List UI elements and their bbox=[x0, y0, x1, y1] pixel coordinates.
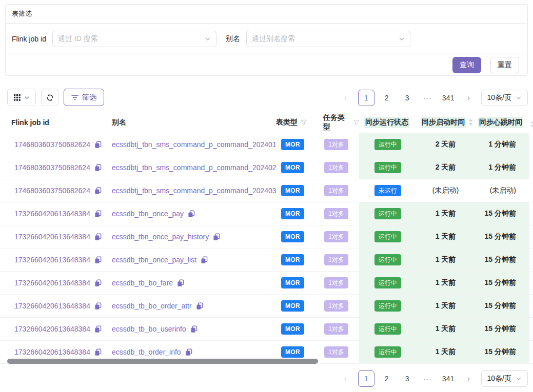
alias-cell: ecssdb_tbn_once_pay_history bbox=[112, 225, 276, 248]
flink-job-id-link[interactable]: 1732660420613648384 bbox=[14, 279, 90, 287]
copy-icon[interactable] bbox=[213, 233, 220, 241]
copy-icon[interactable] bbox=[94, 302, 102, 310]
col-header-alias[interactable]: 别名 bbox=[112, 112, 276, 133]
pagination-next-button[interactable]: › bbox=[461, 90, 477, 106]
table-filter-panel: 表筛选 Flink job id 通过 ID 搜索 别名 通过别名搜索 查询 重… bbox=[5, 4, 528, 76]
sync-status-cell: 未运行 bbox=[359, 179, 417, 202]
horizontal-scrollbar[interactable] bbox=[7, 359, 318, 364]
alias-link[interactable]: ecssdbtj_tbn_sms_command_p_command_20240… bbox=[112, 140, 277, 149]
flink-job-id-link[interactable]: 1732660420613648384 bbox=[14, 325, 90, 333]
sync-jobs-table: Flink job id 别名 表类型 任务类型 同步运行状态 同步启动时间 同… bbox=[0, 112, 533, 364]
copy-icon[interactable] bbox=[94, 233, 102, 241]
pagination-page-1[interactable]: 1 bbox=[358, 370, 374, 387]
alias-link[interactable]: ecssdb_tb_order_info bbox=[112, 348, 181, 356]
pagination-page-3[interactable]: 3 bbox=[399, 90, 416, 106]
pagination-prev-button[interactable]: ‹ bbox=[338, 370, 354, 387]
sync-status-cell: 运行中 bbox=[359, 341, 417, 363]
pagination-ellipsis[interactable]: ··· bbox=[420, 90, 436, 106]
table-row: 1732660420613648384 ecssdb_tb_bo_userinf… bbox=[0, 318, 533, 341]
copy-icon[interactable] bbox=[94, 348, 102, 356]
sync-start-time-cell: 1 天前 bbox=[417, 272, 475, 294]
query-button[interactable]: 查询 bbox=[452, 57, 481, 73]
table-type-cell: MOR bbox=[276, 133, 318, 156]
copy-icon[interactable] bbox=[185, 348, 192, 356]
pagination-ellipsis[interactable]: ··· bbox=[420, 370, 436, 387]
alias-link[interactable]: ecssdb_tbn_once_pay_list bbox=[112, 256, 196, 264]
copy-icon[interactable] bbox=[94, 187, 102, 195]
copy-icon[interactable] bbox=[196, 302, 203, 310]
copy-icon[interactable] bbox=[94, 141, 102, 149]
col-header-flink-job-id[interactable]: Flink job id bbox=[0, 112, 112, 133]
alias-link[interactable]: ecssdb_tbn_once_pay bbox=[112, 210, 184, 218]
filter-button[interactable]: 筛选 bbox=[64, 89, 104, 106]
alias-link[interactable]: ecssdb_tb_bo_fare bbox=[112, 279, 173, 287]
sync-status-cell: 运行中 bbox=[359, 295, 417, 317]
col-header-sync-status[interactable]: 同步运行状态 bbox=[359, 112, 417, 133]
copy-icon[interactable] bbox=[188, 210, 195, 218]
copy-icon[interactable] bbox=[177, 279, 184, 287]
pagination-page-2[interactable]: 2 bbox=[379, 90, 395, 106]
copy-icon[interactable] bbox=[190, 325, 198, 333]
col-header-table-type[interactable]: 表类型 bbox=[276, 112, 318, 133]
alias-select[interactable]: 通过别名搜索 bbox=[246, 31, 410, 47]
table-row: 1732660420613648384 ecssdb_tb_bo_fare MO… bbox=[0, 272, 533, 295]
table-row: 1732660420613648384 ecssdb_tbn_once_pay … bbox=[0, 202, 533, 225]
alias-link[interactable]: ecssdbtj_tbn_sms_command_p_command_20240… bbox=[112, 187, 277, 195]
sorter-icon[interactable] bbox=[530, 121, 533, 128]
task-type-tag: 1对多 bbox=[324, 277, 348, 288]
flink-job-id-link[interactable]: 1732660420613648384 bbox=[14, 210, 90, 218]
pagination-page-341[interactable]: 341 bbox=[440, 370, 457, 387]
status-badge: 运行中 bbox=[374, 139, 401, 150]
sorter-icon[interactable] bbox=[468, 119, 473, 126]
flink-job-id-link[interactable]: 1732660420613648384 bbox=[14, 233, 90, 241]
status-badge: 运行中 bbox=[374, 346, 401, 358]
refresh-button[interactable] bbox=[41, 89, 58, 106]
heartbeat-time-value: (未启动) bbox=[490, 186, 516, 195]
flink-job-id-select[interactable]: 通过 ID 搜索 bbox=[52, 31, 216, 47]
pagination-page-3[interactable]: 3 bbox=[399, 370, 416, 387]
filter-funnel-icon[interactable] bbox=[353, 119, 359, 126]
page-size-select[interactable]: 10条/页 bbox=[481, 90, 528, 106]
reset-button[interactable]: 重置 bbox=[490, 57, 519, 73]
copy-icon[interactable] bbox=[94, 279, 102, 287]
task-type-cell: 1对多 bbox=[318, 249, 359, 271]
status-badge: 运行中 bbox=[374, 277, 401, 288]
copy-icon[interactable] bbox=[94, 325, 102, 333]
alias-link[interactable]: ecssdb_tb_bo_order_attr bbox=[112, 302, 192, 310]
flink-job-id-link[interactable]: 1732660420613648384 bbox=[14, 256, 90, 264]
flink-job-id-link[interactable]: 1732660420613648384 bbox=[14, 348, 90, 356]
table-type-tag: MOR bbox=[281, 231, 304, 242]
flink-job-id-link[interactable]: 1746803603750682624 bbox=[14, 140, 90, 149]
flink-job-id-link[interactable]: 1732660420613648384 bbox=[14, 302, 90, 310]
copy-icon[interactable] bbox=[94, 256, 102, 264]
table-row: 1732660420613648384 ecssdb_tbn_once_pay_… bbox=[0, 249, 533, 272]
flink-job-id-link[interactable]: 1746803603750682624 bbox=[14, 187, 90, 195]
filter-funnel-icon[interactable] bbox=[301, 119, 307, 126]
copy-icon[interactable] bbox=[94, 164, 102, 172]
page-size-select[interactable]: 10条/页 bbox=[481, 370, 528, 387]
table-type-cell: MOR bbox=[276, 249, 318, 271]
pagination-page-341[interactable]: 341 bbox=[440, 90, 457, 106]
sync-heartbeat-time-cell: (未启动) bbox=[475, 179, 533, 202]
status-badge: 运行中 bbox=[374, 323, 401, 335]
sync-heartbeat-time-cell: 15 分钟前 bbox=[475, 272, 533, 294]
flink-job-id-cell: 1732660420613648384 bbox=[0, 202, 112, 225]
pagination-page-1[interactable]: 1 bbox=[358, 90, 374, 106]
pagination-prev-button[interactable]: ‹ bbox=[338, 90, 354, 106]
alias-link[interactable]: ecssdb_tb_bo_userinfo bbox=[112, 325, 186, 333]
pagination-page-2[interactable]: 2 bbox=[379, 370, 395, 387]
copy-icon[interactable] bbox=[201, 256, 208, 264]
column-settings-button[interactable] bbox=[7, 89, 36, 106]
alias-link[interactable]: ecssdb_tbn_once_pay_history bbox=[112, 233, 209, 241]
col-header-sync-heartbeat-time[interactable]: 同步心跳时间 bbox=[475, 112, 533, 133]
pagination-next-button[interactable]: › bbox=[461, 370, 477, 387]
start-time-value: 1 天前 bbox=[436, 347, 456, 357]
sync-start-time-cell: 2 天前 bbox=[417, 133, 475, 156]
alias-link[interactable]: ecssdbtj_tbn_sms_command_p_command_20240… bbox=[112, 163, 277, 172]
status-badge: 运行中 bbox=[374, 300, 401, 312]
flink-job-id-link[interactable]: 1746803603750682624 bbox=[14, 163, 90, 172]
sync-start-time-cell: 2 天前 bbox=[417, 156, 475, 179]
col-header-sync-start-time[interactable]: 同步启动时间 bbox=[417, 112, 475, 133]
col-header-task-type[interactable]: 任务类型 bbox=[318, 112, 359, 133]
copy-icon[interactable] bbox=[94, 210, 102, 218]
